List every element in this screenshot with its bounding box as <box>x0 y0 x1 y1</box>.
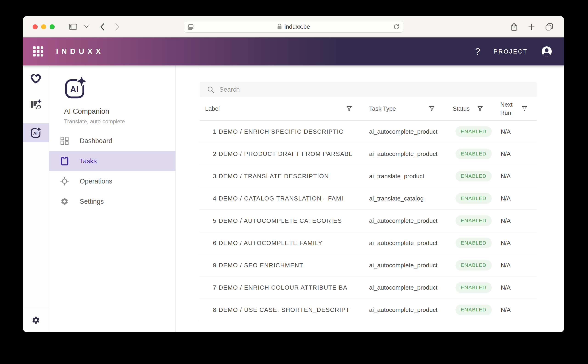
status-badge: ENABLED <box>456 260 492 271</box>
task-type: ai_autocomplete_product <box>368 240 451 247</box>
traffic-lights <box>33 24 55 29</box>
search-input[interactable]: Search <box>200 82 537 97</box>
heart-link-icon <box>30 73 42 84</box>
next-run: N/A <box>499 195 537 202</box>
minimize-window-button[interactable] <box>41 24 46 29</box>
filter-icon[interactable] <box>429 106 435 112</box>
filter-icon[interactable] <box>477 106 483 112</box>
svg-text:AI: AI <box>70 85 78 94</box>
task-type: ai_autocomplete_product <box>368 306 451 313</box>
table-row[interactable]: 2 DEMO / PRODUCT DRAFT FROM PARSABL ai_a… <box>200 143 537 165</box>
task-label: 1 DEMO / ENRICH SPECIFIC DESCRIPTIO <box>200 128 368 135</box>
project-button[interactable]: PROJECT <box>494 48 528 55</box>
zoom-window-button[interactable] <box>50 24 55 29</box>
task-label: 9 DEMO / SEO ENRICHMENT <box>200 262 368 269</box>
ai-sparkle-icon: AI <box>30 127 42 138</box>
task-label: 4 DEMO / CATALOG TRANSLATION - FAMI <box>200 195 368 202</box>
crosshair-icon <box>59 177 70 186</box>
task-label: 3 DEMO / TRANSLATE DESCRIPTION <box>200 173 368 180</box>
task-type: ai_translate_catalog <box>368 195 451 202</box>
barcode-sparkle-icon <box>30 98 42 110</box>
url-text: induxx.be <box>284 23 310 30</box>
sidebar-item-label: Settings <box>80 198 104 205</box>
rail-item-ai-companion[interactable]: AI <box>23 123 49 142</box>
table-row[interactable]: 9 DEMO / SEO ENRICHMENT ai_autocomplete_… <box>200 254 537 277</box>
status-badge: ENABLED <box>456 282 492 293</box>
status-badge: ENABLED <box>456 238 492 248</box>
status-badge: ENABLED <box>456 171 492 182</box>
task-type: ai_autocomplete_product <box>368 217 451 224</box>
sidebar-item-dashboard[interactable]: Dashboard <box>49 131 176 151</box>
help-button[interactable]: ? <box>475 46 480 57</box>
sidebar-item-operations[interactable]: Operations <box>49 171 176 191</box>
app-header: INDUXX ? PROJECT <box>23 37 564 65</box>
browser-window: induxx.be INDUXX ? PROJECT <box>23 16 564 332</box>
task-type: ai_translate_product <box>368 173 451 180</box>
task-type: ai_autocomplete_product <box>368 284 451 291</box>
apps-grid-icon[interactable] <box>33 46 43 57</box>
filter-icon[interactable] <box>346 106 352 112</box>
next-run: N/A <box>499 173 537 180</box>
chevron-down-icon[interactable] <box>84 25 89 28</box>
table-body: 1 DEMO / ENRICH SPECIFIC DESCRIPTIO ai_a… <box>200 121 564 321</box>
sidebar-toggle-icon[interactable] <box>69 23 77 30</box>
browser-toolbar: induxx.be <box>23 16 564 37</box>
ai-companion-logo: AI <box>64 77 176 99</box>
module-tagline: Translate, auto-complete <box>64 118 176 125</box>
table-row[interactable]: 3 DEMO / TRANSLATE DESCRIPTION ai_transl… <box>200 165 537 187</box>
url-bar[interactable]: induxx.be <box>184 21 403 32</box>
status-badge: ENABLED <box>456 193 492 204</box>
new-tab-icon[interactable] <box>528 23 535 31</box>
task-label: 6 DEMO / AUTOCOMPLETE FAMILY <box>200 240 368 247</box>
column-header-label: Status <box>453 105 470 112</box>
task-type: ai_autocomplete_product <box>368 128 451 135</box>
task-label: 8 DEMO / USE CASE: SHORTEN_DESCRIPT <box>200 306 368 313</box>
rail-item-heart-link[interactable] <box>23 72 49 86</box>
back-button[interactable] <box>100 23 105 31</box>
table-row[interactable]: 4 DEMO / CATALOG TRANSLATION - FAMI ai_t… <box>200 187 537 210</box>
tasks-main-panel: Search Label Task Type Status Next Run <box>176 65 564 332</box>
sidebar-item-label: Tasks <box>80 157 97 165</box>
table-row[interactable]: 1 DEMO / ENRICH SPECIFIC DESCRIPTIO ai_a… <box>200 121 537 143</box>
share-icon[interactable] <box>510 22 518 31</box>
module-menu: Dashboard Tasks Operations <box>49 131 176 212</box>
gear-icon <box>32 316 40 325</box>
next-run: N/A <box>499 217 537 224</box>
table-row[interactable]: 6 DEMO / AUTOCOMPLETE FAMILY ai_autocomp… <box>200 232 537 254</box>
avatar[interactable] <box>541 46 552 57</box>
brand-logo: INDUXX <box>56 47 104 56</box>
app-rail: AI <box>23 65 49 332</box>
close-window-button[interactable] <box>33 24 38 29</box>
table-row[interactable]: 7 DEMO / ENRICH COLOUR ATTRIBUTE BA ai_a… <box>200 277 537 299</box>
next-run: N/A <box>499 128 537 135</box>
forward-button[interactable] <box>115 23 120 31</box>
status-badge: ENABLED <box>456 149 492 159</box>
filter-icon[interactable] <box>521 106 528 112</box>
search-placeholder: Search <box>219 86 240 93</box>
rail-settings-button[interactable] <box>23 308 49 332</box>
tab-overview-icon[interactable] <box>545 23 554 31</box>
svg-text:AI: AI <box>33 131 38 136</box>
sidebar-item-label: Operations <box>80 177 112 185</box>
status-badge: ENABLED <box>456 305 492 315</box>
sidebar-item-tasks[interactable]: Tasks <box>49 151 176 171</box>
next-run: N/A <box>499 240 537 247</box>
next-run: N/A <box>499 306 537 313</box>
search-icon <box>207 86 214 93</box>
gear-icon <box>59 197 70 206</box>
next-run: N/A <box>499 284 537 291</box>
reader-view-icon[interactable] <box>188 24 194 30</box>
lock-icon <box>277 24 282 30</box>
column-header-label: Task Type <box>369 105 396 112</box>
module-sidebar: AI AI Companion Translate, auto-complete… <box>49 65 176 332</box>
task-label: 5 DEMO / AUTOCOMPLETE CATEGORIES <box>200 217 368 224</box>
table-row[interactable]: 8 DEMO / USE CASE: SHORTEN_DESCRIPT ai_a… <box>200 299 537 321</box>
task-label: 7 DEMO / ENRICH COLOUR ATTRIBUTE BA <box>200 284 368 291</box>
rail-item-barcode[interactable] <box>23 98 49 111</box>
sidebar-item-settings[interactable]: Settings <box>49 191 176 212</box>
reload-icon[interactable] <box>393 23 400 30</box>
table-row[interactable]: 5 DEMO / AUTOCOMPLETE CATEGORIES ai_auto… <box>200 210 537 232</box>
status-badge: ENABLED <box>456 126 492 137</box>
task-type: ai_autocomplete_product <box>368 150 451 157</box>
next-run: N/A <box>499 262 537 269</box>
